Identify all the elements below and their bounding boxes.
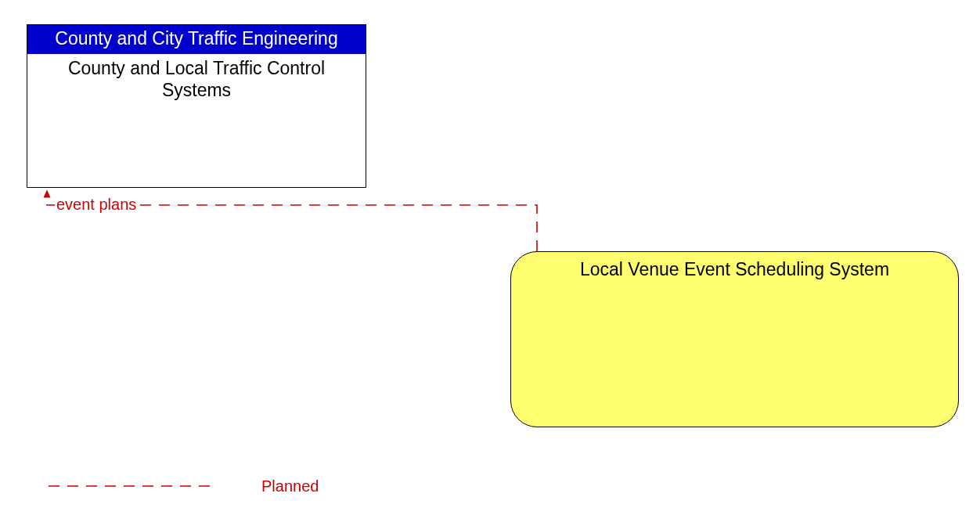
architecture-diagram: County and City Traffic Engineering Coun… (0, 0, 980, 515)
legend-planned-label: Planned (261, 477, 319, 495)
entity-venue-scheduling: Local Venue Event Scheduling System (510, 251, 959, 427)
flow-event-plans-label: event plans (55, 196, 138, 213)
entity-venue-title: Local Venue Event Scheduling System (511, 258, 958, 281)
entity-county-traffic-control: County and City Traffic Engineering Coun… (27, 24, 366, 188)
entity-county-header: County and City Traffic Engineering (27, 25, 366, 54)
entity-county-title: County and Local Traffic Control Systems (27, 54, 366, 104)
